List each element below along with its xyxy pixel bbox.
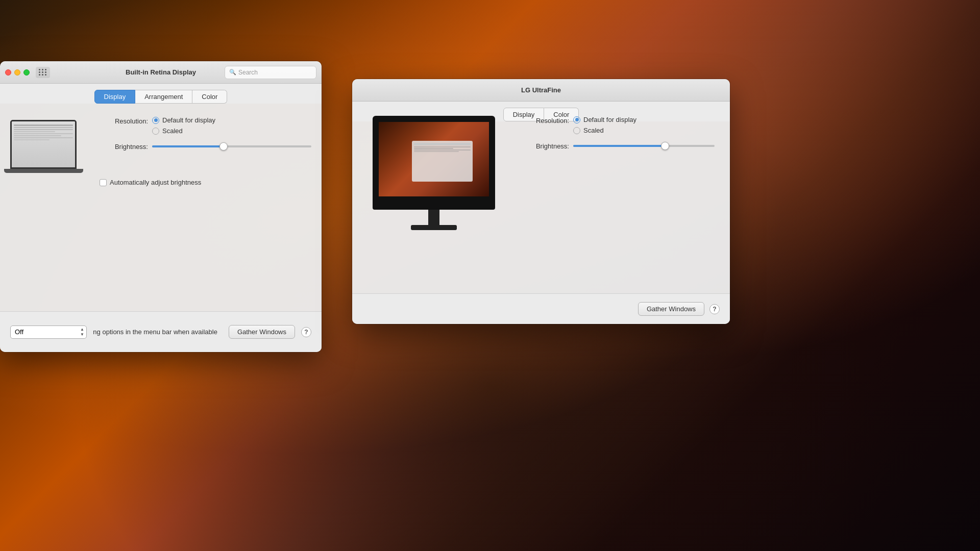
search-box[interactable]: 🔍 Search (225, 66, 316, 79)
minimize-button[interactable] (14, 69, 20, 76)
dropdown-container[interactable]: Off ▲ ▼ (10, 325, 87, 339)
lg-window-title: LG UltraFine (521, 86, 561, 94)
dropdown-off[interactable]: Off ▲ ▼ (10, 325, 87, 339)
auto-brightness-checkbox[interactable] (100, 179, 107, 186)
radio-dot (154, 118, 158, 122)
lg-resolution-radio-group: Default for display Scaled (573, 116, 636, 134)
screen-line (14, 135, 61, 136)
lg-radio-default-label: Default for display (583, 116, 636, 123)
brightness-slider-fill (152, 145, 224, 147)
resolution-label: Resolution: (100, 116, 148, 125)
mini-line (414, 149, 471, 151)
search-placeholder-text: Search (238, 69, 258, 76)
mini-line (414, 148, 454, 149)
radio-scaled-label: Scaled (162, 127, 183, 135)
lg-monitor-preview (373, 116, 495, 230)
lg-gather-windows-button[interactable]: Gather Windows (638, 302, 704, 316)
radio-scaled-indicator (152, 128, 159, 135)
maximize-button[interactable] (23, 69, 30, 76)
help-icon: ? (304, 329, 308, 336)
grid-icon (39, 69, 47, 76)
lg-titlebar: LG UltraFine (352, 79, 730, 102)
radio-default-label: Default for display (162, 116, 215, 124)
radio-scaled[interactable]: Scaled (152, 127, 215, 135)
mini-line (414, 151, 459, 152)
gather-windows-button[interactable]: Gather Windows (229, 325, 295, 339)
brightness-slider-track[interactable] (152, 145, 311, 147)
screen-line (14, 131, 55, 132)
dropdown-value: Off (15, 328, 23, 336)
help-button[interactable]: ? (301, 327, 311, 337)
auto-brightness-row[interactable]: Automatically adjust brightness (100, 179, 201, 186)
lg-brightness-row: Brightness: (521, 141, 715, 150)
builtin-display-window: Built-in Retina Display 🔍 Search Display… (0, 61, 322, 352)
screen-line (14, 124, 73, 126)
close-button[interactable] (5, 69, 11, 76)
menu-bar-options-text: ng options in the menu bar when availabl… (93, 328, 217, 336)
lg-settings-panel: Resolution: Default for display Scaled B… (521, 116, 715, 157)
resolution-row: Resolution: Default for display Scaled (100, 116, 311, 135)
screen-line (14, 133, 73, 134)
laptop-lid (10, 120, 77, 169)
display-preview (10, 120, 89, 186)
builtin-window-title: Built-in Retina Display (126, 68, 196, 76)
dropdown-arrow-icon: ▲ ▼ (80, 327, 84, 337)
lg-radio-scaled-label: Scaled (583, 127, 604, 134)
monitor-stand-base (411, 225, 457, 230)
tab-display[interactable]: Display (94, 90, 136, 104)
brightness-row: Brightness: (100, 142, 311, 151)
lg-display-window: LG UltraFine Display Color (352, 79, 730, 324)
builtin-footer: Off ▲ ▼ ng options in the menu bar when … (0, 311, 322, 352)
lg-brightness-label: Brightness: (521, 141, 569, 150)
mini-line (414, 146, 471, 147)
lg-footer: Gather Windows ? (352, 293, 730, 324)
lg-help-icon: ? (713, 306, 716, 313)
lg-radio-scaled[interactable]: Scaled (573, 127, 636, 134)
laptop-screen-content (12, 121, 75, 167)
radio-default-indicator (152, 117, 159, 124)
grid-view-button[interactable] (36, 67, 50, 78)
mini-titlebar (414, 143, 471, 145)
radio-default-display[interactable]: Default for display (152, 116, 215, 124)
monitor-bottom-bezel (373, 203, 495, 210)
auto-brightness-label: Automatically adjust brightness (110, 179, 201, 186)
screen-line (14, 129, 73, 130)
screen-line (14, 127, 73, 128)
lg-brightness-slider-thumb[interactable] (661, 142, 669, 150)
laptop-base (4, 169, 83, 173)
lg-radio-dot (575, 118, 579, 121)
lg-brightness-slider-fill (573, 145, 665, 147)
search-icon: 🔍 (229, 69, 236, 76)
lg-brightness-slider-track[interactable] (573, 145, 715, 147)
lg-resolution-row: Resolution: Default for display Scaled (521, 116, 715, 134)
traffic-lights (5, 69, 30, 76)
builtin-resolution-section: Resolution: Default for display Scaled B… (100, 116, 311, 158)
lg-screen-content (379, 122, 489, 196)
lg-resolution-label: Resolution: (521, 116, 569, 124)
tab-arrangement[interactable]: Arrangement (135, 90, 192, 104)
lg-radio-default-indicator (573, 116, 580, 123)
lg-radio-scaled-indicator (573, 127, 580, 134)
screen-line (14, 137, 73, 138)
resolution-radio-group: Default for display Scaled (152, 116, 215, 135)
builtin-titlebar: Built-in Retina Display 🔍 Search (0, 61, 322, 84)
brightness-label: Brightness: (100, 142, 148, 151)
tab-color[interactable]: Color (192, 90, 227, 104)
screen-line (14, 139, 50, 140)
monitor-mini-window (412, 141, 473, 182)
lg-screen (373, 116, 495, 203)
brightness-slider-thumb[interactable] (219, 142, 228, 151)
lg-help-button[interactable]: ? (709, 304, 720, 314)
lg-radio-default[interactable]: Default for display (573, 116, 636, 123)
builtin-tabs-bar: Display Arrangement Color (0, 84, 322, 104)
monitor-stand-neck (428, 210, 439, 225)
